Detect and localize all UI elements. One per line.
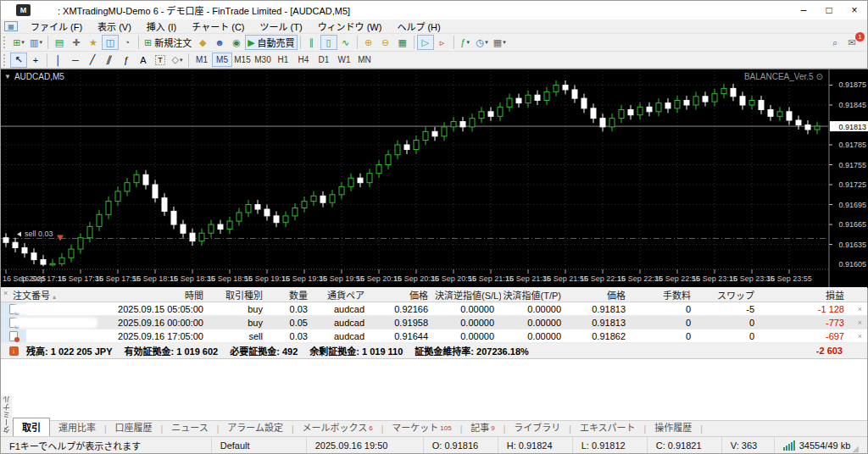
tab-news[interactable]: ニュース: [163, 418, 216, 436]
profiles-button[interactable]: ▥▾: [27, 35, 45, 50]
col-time[interactable]: 時間: [117, 288, 210, 302]
tab-trade[interactable]: 取引: [13, 418, 50, 436]
standard-toolbar: ⊞▾ ▥▾ ▤ ✚ ★ ◫ ◔ ⊞ 新規注文 ◆ ☻ ◉ ▶ 自動売買 ∥ ▯ …: [1, 34, 867, 52]
periods-dropdown[interactable]: ◷▾: [474, 35, 491, 50]
terminal-button[interactable]: ◫: [102, 35, 119, 50]
candlestick-chart[interactable]: 16 Sep 202516 Sep 17:1516 Sep 17:3516 Se…: [1, 69, 867, 290]
menu-file[interactable]: ファイル (F): [23, 19, 90, 34]
pointer-button[interactable]: ↖: [10, 53, 27, 68]
market-watch-button[interactable]: ▤: [51, 35, 68, 50]
terminal-side-label[interactable]: ターミナル: [1, 396, 12, 435]
close-position-icon[interactable]: ×: [851, 332, 868, 340]
strategy-tester-button[interactable]: ◔: [119, 35, 136, 50]
navigator-button[interactable]: ★: [85, 35, 102, 50]
timeframe-mn[interactable]: MN: [354, 53, 375, 67]
timeframe-h4[interactable]: H4: [293, 53, 314, 67]
close-button[interactable]: ×: [842, 1, 867, 19]
templates-dropdown[interactable]: ▦▾: [491, 35, 509, 50]
col-price2[interactable]: 価格: [568, 288, 632, 302]
timeframe-h1[interactable]: H1: [273, 53, 293, 67]
notifications-button[interactable]: ✉ 1: [843, 35, 860, 50]
position-row[interactable]: 2025.09.16 17:05:00 sell 0.03 audcad 0.9…: [1, 329, 867, 343]
col-symbol[interactable]: 通貨ペア: [314, 288, 371, 302]
toolbar-grip[interactable]: [3, 36, 8, 48]
chat-button[interactable]: ☻: [211, 35, 228, 50]
menu-view[interactable]: 表示 (V): [90, 19, 139, 34]
fibonacci-icon: ƒ: [124, 55, 129, 65]
col-volume[interactable]: 数量: [270, 288, 314, 302]
col-swap[interactable]: スワップ: [698, 288, 761, 302]
text-tool-button[interactable]: A: [135, 53, 152, 68]
close-position-icon[interactable]: ×: [851, 305, 868, 313]
tab-mailbox[interactable]: メールボックス6: [294, 418, 381, 436]
menu-tools[interactable]: ツール (T): [253, 19, 310, 34]
connection-status[interactable]: 34554/49 kb ◢: [775, 437, 867, 453]
maximize-button[interactable]: □: [816, 1, 842, 19]
autotrading-button[interactable]: ▶ 自動売買: [245, 35, 297, 50]
tab-library[interactable]: ライブラリ: [505, 418, 569, 436]
position-row[interactable]: 2025.09.16 00:00:00 buy 0.05 audcad 0.91…: [1, 316, 867, 329]
timeframe-m15[interactable]: M15: [232, 53, 253, 67]
position-row[interactable]: 2025.09.15 05:05:00 buy 0.03 audcad 0.92…: [1, 302, 867, 316]
zoom-in-button[interactable]: ⊕: [360, 35, 377, 50]
chart-shift-button[interactable]: ▹: [434, 35, 451, 50]
bar-chart-button[interactable]: ∥: [303, 35, 320, 50]
zoom-out-button[interactable]: ⊖: [377, 35, 394, 50]
col-sl[interactable]: 決済逆指値(S/L): [435, 288, 501, 302]
col-type[interactable]: 取引種別: [210, 288, 270, 302]
search-button[interactable]: ⌕: [826, 35, 843, 50]
resize-grip-icon[interactable]: ◢: [852, 444, 859, 453]
indicators-dropdown[interactable]: ƒ▾: [457, 35, 474, 50]
menu-insert[interactable]: 挿入 (I): [139, 19, 184, 34]
minimize-button[interactable]: –: [791, 1, 816, 19]
depth-of-market-button[interactable]: ◆: [194, 35, 211, 50]
text-icon: A: [140, 55, 146, 65]
vertical-line-button[interactable]: │: [50, 53, 67, 68]
toolbar-grip[interactable]: [3, 54, 8, 66]
timeframe-w1[interactable]: W1: [334, 53, 354, 67]
tab-exposure[interactable]: 運用比率: [50, 418, 104, 436]
line-chart-button[interactable]: ∿: [337, 35, 354, 50]
label-tool-button[interactable]: T: [152, 53, 169, 68]
collapse-triangle-icon[interactable]: ▼: [4, 73, 11, 80]
tab-alerts[interactable]: アラーム設定: [219, 418, 292, 436]
chart-area[interactable]: ▼ AUDCAD,M5 BALANCEA_Ver.5 ⊙ 16 Sep 2025…: [1, 69, 867, 287]
timeframe-m30[interactable]: M30: [253, 53, 273, 67]
trendline-button[interactable]: ╱: [84, 53, 101, 68]
tab-experts[interactable]: エキスパート: [571, 418, 644, 436]
tab-history[interactable]: 口座履歴: [107, 418, 161, 436]
community-button[interactable]: ◉: [228, 35, 245, 50]
crosshair-button[interactable]: +: [27, 53, 44, 68]
new-order-button[interactable]: ⊞ 新規注文: [142, 35, 194, 50]
profile-selector[interactable]: Default: [212, 437, 307, 453]
candlestick-chart-button[interactable]: ▯: [320, 35, 337, 50]
panel-close-icon[interactable]: ×: [3, 289, 8, 297]
timeframe-d1[interactable]: D1: [314, 53, 334, 67]
menu-chart[interactable]: チャート (C): [184, 19, 252, 34]
col-profit[interactable]: 損益: [761, 288, 851, 302]
chart-window-icon[interactable]: ▦: [4, 21, 18, 31]
col-price[interactable]: 価格: [371, 288, 435, 302]
tab-market[interactable]: マーケット105: [383, 418, 459, 436]
menu-window[interactable]: ウィンドウ (W): [310, 19, 390, 34]
timeframe-m1[interactable]: M1: [192, 53, 212, 67]
chart-symbol-label[interactable]: ▼ AUDCAD,M5: [4, 72, 64, 81]
auto-scroll-button[interactable]: ▷: [417, 35, 434, 50]
col-tp[interactable]: 決済指値(T/P): [501, 288, 568, 302]
new-chart-button[interactable]: ⊞▾: [10, 35, 27, 50]
margin-value: 必要証拠金: 492: [230, 344, 298, 357]
menu-help[interactable]: ヘルプ (H): [389, 19, 448, 34]
horizontal-line-button[interactable]: ─: [67, 53, 84, 68]
shapes-dropdown[interactable]: ◇▾: [169, 53, 186, 68]
close-position-icon[interactable]: ×: [851, 318, 868, 327]
data-window-button[interactable]: ✚: [68, 35, 85, 50]
fibonacci-button[interactable]: ƒ: [118, 53, 135, 68]
col-commission[interactable]: 手数料: [632, 288, 698, 302]
timeframe-m5[interactable]: M5: [212, 53, 232, 67]
tab-articles[interactable]: 記事9: [462, 418, 503, 436]
channel-button[interactable]: ∥: [101, 53, 118, 68]
indicator-gear-icon[interactable]: ⊙: [816, 72, 823, 81]
col-order[interactable]: 注文番号 ▴: [1, 288, 117, 302]
tab-journal[interactable]: 操作履歴: [646, 418, 700, 436]
tile-windows-button[interactable]: ▦: [394, 35, 411, 50]
